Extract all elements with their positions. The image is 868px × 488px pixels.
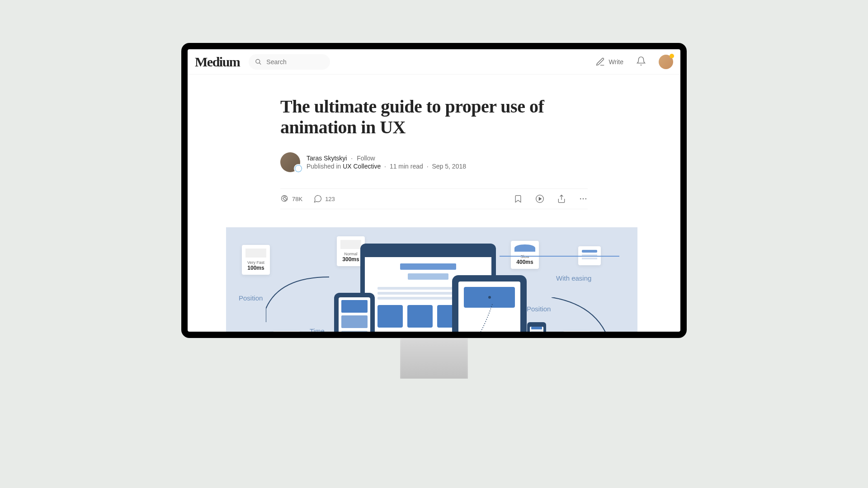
action-bar: 78K 123 bbox=[280, 188, 588, 209]
position-label: Position bbox=[239, 294, 263, 302]
timeline-line bbox=[500, 256, 619, 257]
hero-illustration: Very Fast 100ms Normal 300ms Slow 400ms bbox=[226, 227, 637, 332]
easing-label: With easing bbox=[556, 274, 591, 282]
publication-line: Published in UX Collective · 11 min read… bbox=[307, 163, 466, 170]
comment-count: 123 bbox=[325, 196, 335, 202]
timing-card-very-fast: Very Fast 100ms bbox=[242, 245, 270, 275]
bookmark-button[interactable] bbox=[514, 194, 523, 203]
article-container: The ultimate guide to proper use of anim… bbox=[280, 75, 588, 332]
site-header: Medium Write bbox=[188, 49, 680, 75]
medium-logo[interactable]: Medium bbox=[195, 54, 240, 70]
search-icon bbox=[255, 58, 262, 66]
share-icon bbox=[557, 194, 566, 203]
write-label: Write bbox=[609, 58, 623, 66]
search-container[interactable] bbox=[249, 54, 330, 70]
comment-button[interactable]: 123 bbox=[313, 194, 335, 203]
position-label-right: Position bbox=[527, 305, 551, 313]
svg-point-0 bbox=[256, 59, 260, 63]
follow-button[interactable]: Follow bbox=[357, 155, 375, 162]
search-input[interactable] bbox=[266, 58, 324, 66]
clap-icon bbox=[280, 194, 289, 203]
avatar[interactable] bbox=[659, 55, 673, 69]
publication-link[interactable]: UX Collective bbox=[343, 163, 381, 170]
separator: · bbox=[351, 155, 353, 162]
notifications-button[interactable] bbox=[636, 56, 646, 68]
curve-right bbox=[552, 297, 619, 332]
bookmark-icon bbox=[514, 194, 523, 203]
comment-icon bbox=[313, 194, 322, 203]
svg-marker-4 bbox=[539, 197, 541, 201]
write-icon bbox=[595, 57, 605, 67]
write-button[interactable]: Write bbox=[595, 57, 623, 67]
author-name[interactable]: Taras Skytskyi bbox=[307, 155, 347, 162]
svg-point-2 bbox=[282, 196, 288, 202]
clap-count: 78K bbox=[292, 196, 302, 202]
monitor-stand bbox=[400, 338, 468, 379]
play-icon bbox=[535, 194, 544, 203]
timing-card-slow: Slow 400ms bbox=[511, 241, 539, 269]
more-icon bbox=[579, 194, 588, 203]
screen-viewport: Medium Write The ultimate guide to prope… bbox=[188, 49, 680, 332]
author-meta: Taras Skytskyi · Follow Published in UX … bbox=[280, 152, 588, 172]
svg-point-6 bbox=[583, 198, 584, 200]
separator: · bbox=[384, 163, 386, 170]
curve-dotted bbox=[470, 304, 497, 332]
published-in-label: Published in bbox=[307, 163, 343, 170]
svg-point-5 bbox=[580, 198, 581, 200]
separator: · bbox=[427, 163, 429, 170]
author-line: Taras Skytskyi · Follow bbox=[307, 155, 466, 162]
bell-icon bbox=[636, 56, 646, 66]
listen-button[interactable] bbox=[535, 194, 544, 203]
more-button[interactable] bbox=[579, 194, 588, 203]
time-label: Time bbox=[310, 327, 325, 332]
share-button[interactable] bbox=[557, 194, 566, 203]
svg-point-7 bbox=[585, 198, 587, 200]
publish-date: Sep 5, 2018 bbox=[432, 163, 466, 170]
meta-text: Taras Skytskyi · Follow Published in UX … bbox=[307, 155, 466, 170]
read-time: 11 min read bbox=[390, 163, 423, 170]
publication-badge-icon bbox=[294, 164, 303, 173]
timing-card-fast: Fast bbox=[273, 331, 301, 332]
monitor-frame: Medium Write The ultimate guide to prope… bbox=[181, 43, 687, 338]
phone-device bbox=[334, 293, 375, 332]
svg-line-1 bbox=[259, 62, 261, 64]
curve-left bbox=[266, 272, 334, 327]
author-avatar[interactable] bbox=[280, 152, 300, 172]
page-title: The ultimate guide to proper use of anim… bbox=[280, 96, 588, 138]
watch-device bbox=[527, 322, 546, 332]
clap-button[interactable]: 78K bbox=[280, 194, 302, 203]
